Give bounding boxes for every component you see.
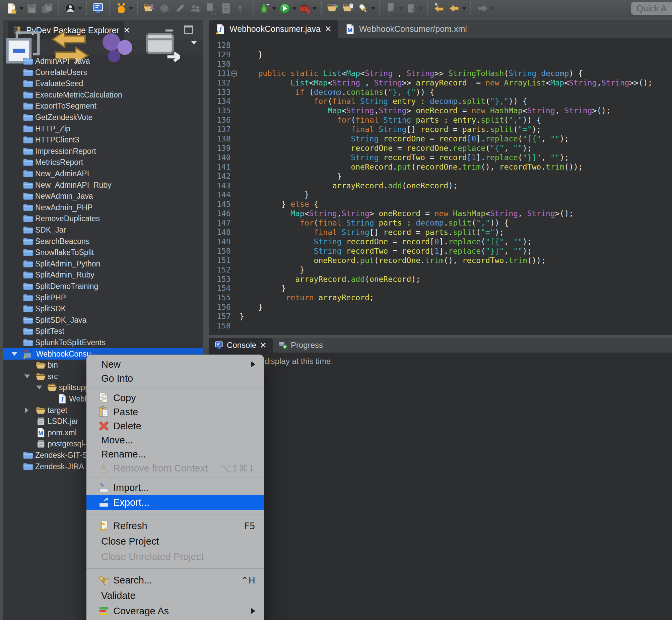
toolbar-import-projects-button[interactable]	[326, 1, 340, 15]
line-number[interactable]: 141	[217, 162, 231, 171]
line-number[interactable]: 158	[217, 321, 231, 330]
close-tab-icon[interactable]: ✕	[325, 24, 332, 34]
line-number[interactable]: 142	[217, 171, 231, 181]
code-line[interactable]: 154}	[209, 283, 672, 293]
code-line[interactable]: 158	[209, 321, 672, 330]
line-number[interactable]: 139	[217, 144, 231, 153]
code-line[interactable]: 150String recordTwo = record[1].replace(…	[209, 246, 672, 256]
line-number[interactable]: 145	[217, 199, 231, 209]
maximize-view-icon[interactable]	[184, 25, 193, 34]
toolbar-marker-button[interactable]	[356, 1, 371, 15]
toolbar-profile-button[interactable]	[63, 1, 77, 15]
tree-expanded-arrow-icon[interactable]	[24, 374, 30, 378]
code-line[interactable]: 133if (decomp.contains("}, {")) {	[209, 88, 672, 97]
tree-collapsed-arrow-icon[interactable]	[25, 407, 29, 413]
line-number[interactable]: 136	[217, 115, 231, 125]
toolbar-run-button[interactable]	[278, 1, 292, 15]
toolbar-open-console-button[interactable]	[91, 1, 105, 15]
code-line[interactable]: 144}	[209, 190, 672, 199]
line-number[interactable]: 153	[217, 274, 231, 284]
tree-item-newadmin-php[interactable]: NewAdmin_PHP	[3, 202, 203, 213]
dropdown-arrow-icon[interactable]	[292, 7, 296, 10]
menu-item-run-as[interactable]: Run As	[87, 619, 264, 620]
code-line[interactable]: 142}	[209, 171, 672, 181]
line-number[interactable]: 147	[217, 218, 231, 227]
line-number[interactable]: 138	[217, 134, 231, 144]
tree-item-splitdemotraining[interactable]: SplitDemoTraining	[3, 280, 203, 292]
line-number[interactable]: 152	[217, 265, 231, 274]
tree-item-splunktosplitevents[interactable]: SplunkToSplitEvents	[3, 337, 203, 348]
dropdown-arrow-icon[interactable]	[399, 7, 403, 10]
tree-item-searchbeacons[interactable]: SearchBeacons	[3, 236, 203, 247]
tree-item-exporttosegment[interactable]: ExportToSegment	[3, 100, 203, 112]
tree-item-executemetriccalculation[interactable]: ExecuteMetricCalculation	[3, 89, 203, 101]
toolbar-external-tools-button[interactable]	[298, 1, 312, 15]
line-number[interactable]: 132	[217, 78, 231, 88]
tree-item-snowflaketosplit[interactable]: SnowflakeToSplit	[3, 247, 203, 258]
menu-item-move[interactable]: Move...	[87, 433, 264, 447]
tree-item-impressionreport[interactable]: ImpressionReport	[3, 146, 203, 157]
line-number[interactable]: 140	[217, 153, 231, 162]
tree-expanded-arrow-icon[interactable]	[11, 352, 17, 356]
menu-item-rename[interactable]: Rename...	[87, 447, 264, 461]
quick-access-field[interactable]: Quick A	[631, 2, 672, 15]
code-line[interactable]: 152}	[209, 265, 672, 274]
code-line[interactable]: 137final String[] record = parts.split("…	[209, 125, 672, 134]
menu-item-new[interactable]: New	[87, 357, 264, 371]
tree-item-correlateusers[interactable]: CorrelateUsers	[3, 67, 203, 78]
line-number[interactable]: 148	[217, 227, 231, 237]
menu-item-export[interactable]: Export...	[87, 495, 264, 510]
view-toolbar-view-menu-button[interactable]	[189, 45, 197, 51]
line-number[interactable]: 151	[217, 256, 231, 265]
menu-item-delete[interactable]: Delete	[87, 419, 264, 433]
toolbar-back-button[interactable]	[448, 1, 462, 15]
tree-item-evaluateseed[interactable]: EvaluateSeed	[3, 78, 203, 89]
dropdown-arrow-icon[interactable]	[462, 7, 466, 10]
editor-tab-webhookconsumer-java[interactable]: JWebhookConsumer.java✕	[209, 20, 338, 38]
code-line[interactable]: 151oneRecord.put(recordOne.trim(), recor…	[209, 256, 672, 265]
code-line[interactable]: 134for(final String entry : decomp.split…	[209, 97, 672, 106]
dropdown-arrow-icon[interactable]	[313, 7, 317, 10]
dropdown-arrow-icon[interactable]	[129, 7, 133, 10]
tree-expanded-arrow-icon[interactable]	[36, 386, 42, 390]
dropdown-arrow-icon[interactable]	[490, 7, 494, 10]
console-tab-progress[interactable]: Progress	[273, 338, 329, 353]
line-number[interactable]: 135	[217, 106, 231, 115]
dropdown-arrow-icon[interactable]	[419, 7, 423, 10]
tree-item-splitsdk-java[interactable]: SplitSDK_Java	[3, 314, 203, 326]
line-number[interactable]: 150	[217, 246, 231, 256]
code-line[interactable]: 141oneRecord.put(recordOne.trim(), recor…	[209, 162, 672, 171]
tree-item-adminapi-java[interactable]: AdminAPI_Java	[3, 55, 203, 67]
tree-item-http-zip[interactable]: HTTP_Zip	[3, 123, 203, 135]
tree-item-new-adminapi-ruby[interactable]: New_AdminAPI_Ruby	[3, 179, 203, 191]
line-number[interactable]: 155	[217, 293, 231, 302]
tree-item-httpclient3[interactable]: HTTPClient3	[3, 134, 203, 146]
console-tab-console[interactable]: Console✕	[209, 338, 273, 353]
menu-item-coverage-as[interactable]: Coverage As	[87, 603, 264, 619]
tree-item-metricsreport[interactable]: MetricsReport	[3, 156, 203, 168]
dropdown-arrow-icon[interactable]	[371, 7, 375, 10]
code-line[interactable]: 140String recordTwo = record[1].replace(…	[209, 153, 672, 162]
code-line[interactable]: 139recordOne = recordOne.replace("{", ""…	[209, 144, 672, 153]
editor-tab-webhookconsumer-pom-xml[interactable]: MWebhookConsumer/pom.xml	[338, 20, 474, 38]
code-line[interactable]: 148final String[] record = parts.split("…	[209, 227, 672, 237]
toolbar-last-edit-location-button[interactable]	[432, 1, 446, 15]
dropdown-arrow-icon[interactable]	[272, 7, 276, 10]
code-line[interactable]: 132List<Map<String , String>> arrayRecor…	[209, 78, 672, 88]
code-line[interactable]: 146Map<String,String> oneRecord = new Ha…	[209, 209, 672, 218]
code-line[interactable]: 155return arrayRecord;	[209, 293, 672, 302]
close-tab-icon[interactable]: ✕	[260, 341, 267, 350]
tree-item-splitphp[interactable]: SplitPHP	[3, 292, 203, 303]
dropdown-arrow-icon[interactable]	[19, 7, 23, 10]
line-number[interactable]: 128	[217, 41, 231, 50]
code-line[interactable]: 130	[209, 59, 672, 69]
tree-item-splitsdk[interactable]: SplitSDK	[3, 303, 203, 314]
toolbar-split-tool-button[interactable]	[114, 1, 128, 15]
tree-item-splitadmin-ruby[interactable]: SplitAdmin_Ruby	[3, 269, 203, 280]
tree-item-sdk-jar[interactable]: SDK_Jar	[3, 224, 203, 236]
line-number[interactable]: 154	[217, 283, 231, 293]
menu-item-go-into[interactable]: Go Into	[87, 371, 264, 385]
fold-collapse-icon[interactable]	[231, 70, 237, 77]
line-number[interactable]: 143	[217, 181, 231, 190]
code-editor[interactable]: 128129}130131public static List<Map<Stri…	[209, 38, 672, 335]
